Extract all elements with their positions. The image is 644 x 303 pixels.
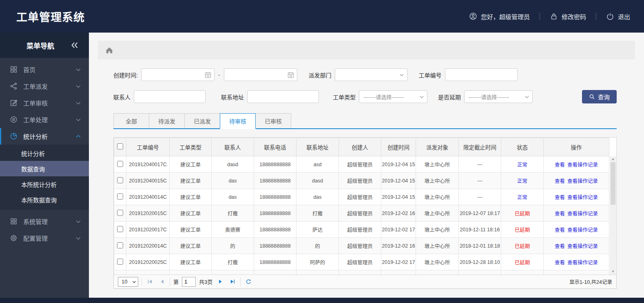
cell-type xyxy=(170,270,212,275)
home-icon[interactable] xyxy=(105,46,113,54)
scroll-up-icon[interactable]: ▲ xyxy=(611,157,615,161)
calendar-icon[interactable] xyxy=(204,71,212,79)
submenu-label: 统计分析 xyxy=(21,149,45,158)
view-log-link[interactable]: 查看操作记录 xyxy=(567,211,598,217)
search-button[interactable]: 查询 xyxy=(582,90,617,103)
order-no-input[interactable] xyxy=(445,69,517,81)
cell-created: 2019-12-02 17 xyxy=(381,222,416,238)
row-checkbox[interactable] xyxy=(117,210,123,216)
cell-target: 墩上中心所 xyxy=(416,254,459,270)
scroll-down-icon[interactable]: ▼ xyxy=(611,270,615,274)
create-time-start-field[interactable] xyxy=(141,68,215,81)
table-scrollbar[interactable]: ▲ ▼ xyxy=(610,156,616,274)
total-pages-label: 共3页 xyxy=(199,278,212,285)
view-log-link[interactable]: 查看操作记录 xyxy=(567,195,598,200)
page-size-select[interactable]: 10 xyxy=(118,277,138,287)
row-checkbox[interactable] xyxy=(117,259,123,265)
view-log-link[interactable]: 查看操作记录 xyxy=(567,227,598,233)
view-log-link[interactable]: 查看操作记录 xyxy=(567,260,598,266)
tab-reviewed[interactable]: 已审核 xyxy=(255,113,291,128)
view-link[interactable]: 查看 xyxy=(555,260,565,266)
scrollbar-thumb[interactable] xyxy=(611,162,615,205)
header-actions: 您好，超级管理员 修改密码 退出 xyxy=(469,12,630,21)
dispatch-dept-select[interactable] xyxy=(335,68,407,81)
view-log-link[interactable]: 查看操作记录 xyxy=(567,178,598,184)
filter-row-2: 联系人 联系地址 工单类型 -------请选择------- 是否延期 ---… xyxy=(113,90,617,103)
refresh-button[interactable] xyxy=(244,277,253,286)
row-checkbox[interactable] xyxy=(117,161,123,167)
sidebar-subitem-local-statistics[interactable]: 本所统计分析 xyxy=(0,176,89,192)
table-row: 201912040015C建议工单das18888888888dasd超级管理员… xyxy=(114,173,609,189)
scrollbar-track[interactable] xyxy=(610,161,616,270)
chevron-down-icon xyxy=(75,218,82,225)
view-link[interactable]: 查看 xyxy=(555,244,565,249)
sidebar-item-dispatch[interactable]: 工单派发 xyxy=(0,78,89,94)
row-select-cell xyxy=(114,270,126,275)
create-time-end-input[interactable] xyxy=(224,69,297,81)
user-greeting[interactable]: 您好，超级管理员 xyxy=(469,12,530,21)
cell-deadline: --- xyxy=(459,173,501,189)
sidebar-item-system[interactable]: 系统管理 xyxy=(0,213,89,230)
prev-page-button[interactable] xyxy=(157,277,166,286)
calendar-icon[interactable] xyxy=(287,71,294,79)
cell-actions: 查看查看操作记录 xyxy=(544,205,609,222)
cell-type: 建议工单 xyxy=(170,156,212,173)
last-page-button[interactable] xyxy=(228,277,237,286)
order-type-select[interactable]: -------请选择------- xyxy=(359,90,427,103)
sidebar-item-home[interactable]: 首页 xyxy=(0,61,89,78)
next-page-button[interactable] xyxy=(216,277,225,286)
row-checkbox[interactable] xyxy=(117,242,123,248)
view-link[interactable]: 查看 xyxy=(555,178,565,184)
chevron-down-icon xyxy=(524,94,530,100)
view-log-link[interactable]: 查看操作记录 xyxy=(567,244,598,249)
page-number-input[interactable] xyxy=(182,277,196,287)
select-all-checkbox[interactable] xyxy=(117,143,123,149)
create-time-start-input[interactable] xyxy=(142,69,214,81)
view-log-link[interactable]: 查看操作记录 xyxy=(567,162,598,168)
tab-pending-review[interactable]: 待审核 xyxy=(220,113,256,129)
sidebar-collapse-button[interactable] xyxy=(70,41,89,50)
col-contact: 联系人 xyxy=(212,138,254,156)
row-checkbox[interactable] xyxy=(117,193,123,200)
sidebar-subitem-data-query[interactable]: 数据查询 xyxy=(0,161,89,176)
table-row: 201912020014C建议工单的18888888888的超级管理员2019-… xyxy=(114,238,609,254)
row-checkbox[interactable] xyxy=(117,226,123,232)
cell-contact: 打撒 xyxy=(212,254,254,270)
sidebar-item-config[interactable]: 配置管理 xyxy=(0,230,89,246)
col-creator: 创建人 xyxy=(339,138,381,156)
contact-input[interactable] xyxy=(134,91,205,103)
tab-dispatched[interactable]: 已派发 xyxy=(184,113,220,128)
address-field[interactable] xyxy=(247,90,319,103)
breadcrumb xyxy=(98,41,635,59)
chevron-down-icon xyxy=(75,83,82,90)
row-checkbox[interactable] xyxy=(117,177,123,183)
row-checkbox[interactable] xyxy=(117,275,123,275)
create-time-end-field[interactable] xyxy=(224,68,297,81)
cell-type: 建议工单 xyxy=(170,254,212,270)
col-deadline: 限定截止时间 xyxy=(459,138,501,156)
sidebar-item-process[interactable]: 工单处理 xyxy=(0,111,89,128)
tab-all[interactable]: 全部 xyxy=(113,113,149,128)
logout-button[interactable]: 退出 xyxy=(606,12,630,21)
contact-field[interactable] xyxy=(134,90,206,103)
cell-address: 打撒 xyxy=(297,205,339,222)
sidebar-subitem-statistics[interactable]: 统计分析 xyxy=(0,145,89,161)
sidebar-item-review[interactable]: 工单审核 xyxy=(0,94,89,111)
first-page-button[interactable] xyxy=(145,277,154,286)
address-input[interactable] xyxy=(248,91,319,103)
pie-chart-icon xyxy=(10,132,18,140)
change-password-button[interactable]: 修改密码 xyxy=(550,12,586,21)
view-link[interactable]: 查看 xyxy=(555,227,565,233)
view-link[interactable]: 查看 xyxy=(555,211,565,217)
sidebar-item-statistics[interactable]: 统计分析 xyxy=(0,128,89,145)
view-link[interactable]: 查看 xyxy=(555,162,565,168)
tab-pending-dispatch[interactable]: 待派发 xyxy=(149,113,185,128)
delay-select[interactable]: -------请选择------- xyxy=(464,90,533,103)
order-no-field[interactable] xyxy=(445,68,518,81)
cell-phone: 18888888888 xyxy=(254,173,297,189)
sidebar-subitem-local-data-query[interactable]: 本所数据查询 xyxy=(0,192,89,207)
submenu-label: 本所统计分析 xyxy=(21,180,57,189)
view-link[interactable]: 查看 xyxy=(555,195,565,200)
cell-contact: 的 xyxy=(212,238,254,254)
row-select-cell xyxy=(114,189,126,205)
